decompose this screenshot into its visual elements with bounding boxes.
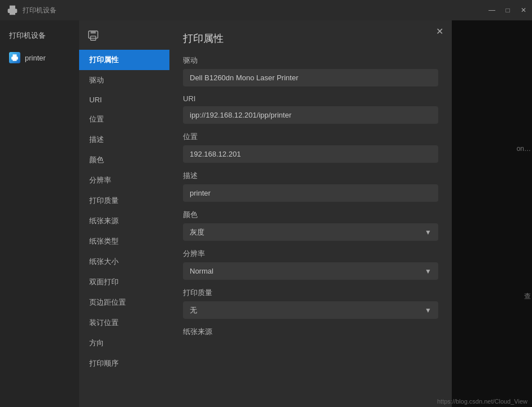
dialog-nav-margins[interactable]: 页边距位置 [79,292,169,313]
dialog-close-button[interactable]: ✕ [434,26,445,37]
printer-icon [9,52,20,63]
color-label: 颜色 [183,210,438,220]
dialog-nav-paper-type[interactable]: 纸张类型 [79,231,169,252]
dialog-nav-print-quality[interactable]: 打印质量 [79,190,169,211]
dialog-nav-driver[interactable]: 驱动 [79,70,169,90]
dialog-nav-orientation[interactable]: 方向 [79,333,169,353]
description-input[interactable] [183,184,438,202]
dialog-nav-paper-source[interactable]: 纸张来源 [79,211,169,231]
top-bar: 打印机设备 — □ ✕ [0,0,532,20]
dialog-content: ✕ 打印属性 驱动 URI 位置 描述 颜色 灰度 彩色 ▼ [169,20,452,407]
color-select-wrapper: 灰度 彩色 ▼ [183,223,438,241]
printer-item[interactable]: printer [5,49,75,67]
dialog-nav-paper-size[interactable]: 纸张大小 [79,252,169,272]
location-label: 位置 [183,132,438,142]
dialog-nav-uri[interactable]: URI [79,90,169,109]
driver-label: 驱动 [183,55,438,66]
dialog-title: 打印属性 [183,32,438,45]
dialog-box: 打印属性 驱动 URI 位置 描述 颜色 分辨率 打印质量 纸张来源 纸张类型 … [79,20,452,407]
window-controls: — □ ✕ [488,6,527,14]
uri-label: URI [183,94,438,103]
dialog-printer-icon [87,29,99,42]
printer-label: printer [25,54,46,62]
dialog-nav-binding[interactable]: 装订位置 [79,313,169,333]
app-title: 打印机设备 [23,6,56,15]
dialog-nav-color[interactable]: 颜色 [79,150,169,170]
printer-app-icon [7,5,18,16]
left-panel: 打印机设备 printer [0,20,79,407]
paper-source-label: 纸张来源 [183,327,438,337]
background-check-text: 查 [524,292,531,301]
print-quality-select[interactable]: 无 草稿 普通 精细 [183,301,438,319]
color-select[interactable]: 灰度 彩色 [183,223,438,241]
dialog-overlay: 打印属性 驱动 URI 位置 描述 颜色 分辨率 打印质量 纸张来源 纸张类型 … [79,20,532,407]
left-panel-title: 打印机设备 [5,27,75,44]
print-quality-label: 打印质量 [183,288,438,298]
dialog-nav-location[interactable]: 位置 [79,109,169,129]
resolution-select-wrapper: Normal Draft Best ▼ [183,262,438,280]
url-bar: https://blog.csdn.net/Cloud_View [437,398,527,405]
minimize-button[interactable]: — [488,6,496,14]
print-quality-select-wrapper: 无 草稿 普通 精细 ▼ [183,301,438,319]
uri-input[interactable] [183,106,438,124]
dialog-nav-print-properties[interactable]: 打印属性 [79,50,169,70]
resolution-select[interactable]: Normal Draft Best [183,262,438,280]
svg-rect-2 [90,31,95,34]
dialog-nav-print-order[interactable]: 打印顺序 [79,353,169,374]
close-button[interactable]: ✕ [520,6,527,14]
maximize-button[interactable]: □ [504,6,512,14]
description-label: 描述 [183,171,438,181]
resolution-label: 分辨率 [183,249,438,259]
background-on-text: on… [517,145,531,153]
driver-input[interactable] [183,69,438,86]
dialog-nav-resolution[interactable]: 分辨率 [79,170,169,190]
dialog-nav-duplex[interactable]: 双面打印 [79,272,169,292]
location-input[interactable] [183,145,438,163]
dialog-sidebar: 打印属性 驱动 URI 位置 描述 颜色 分辨率 打印质量 纸张来源 纸张类型 … [79,20,169,407]
dialog-nav-description[interactable]: 描述 [79,129,169,150]
